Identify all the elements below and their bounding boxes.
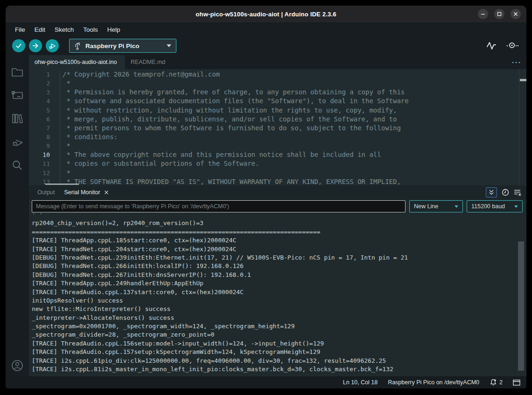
tab-label: ohw-pico-w5100s-audio-aiot.ino (35, 59, 117, 65)
line-number: 9 (29, 142, 50, 149)
editor-horizontal-scrollbar-thumb[interactable] (45, 183, 79, 185)
serial-output-line: rp2040_chip_version()=2, rp2040_rom_vers… (32, 219, 526, 227)
serial-output-line: [TRACE] i2s.cppL.81i2s_master_in_mono_le… (32, 365, 526, 374)
debug-button[interactable] (46, 39, 59, 52)
serial-output-line: [TRACE] ThreadApp.cppL.249handlerEthUp:A… (32, 279, 526, 288)
panel-header: Output Serial Monitor (29, 185, 526, 199)
line-number: 7 (29, 125, 50, 132)
toggle-autoscroll-button[interactable] (486, 187, 497, 198)
check-icon (15, 42, 22, 49)
more-actions-icon[interactable]: ··· (512, 55, 522, 69)
arrow-right-icon (32, 42, 39, 49)
serial-output-line: [DEBUG] ThreadNet.cppL.267initEth:dnsSer… (32, 271, 526, 279)
board-icon (11, 91, 23, 100)
code-line: 2 * (29, 79, 526, 88)
toggle-panel-button[interactable] (513, 380, 520, 386)
menu-item[interactable]: File (10, 24, 30, 35)
serial-output-line: initOpsResolver() success (32, 296, 526, 305)
menu-item[interactable]: Tools (78, 24, 103, 35)
notification-count: 2 (499, 379, 503, 386)
sidebar-item-library-manager[interactable] (6, 107, 29, 130)
debug-icon (49, 42, 56, 50)
serial-output-line: [DEBUG] ThreadNet.cppL.239initEth:Ethern… (32, 254, 526, 262)
chevron-down-icon (514, 205, 518, 208)
serial-output-line: new tflite::MicroInterpreter() success (32, 305, 526, 313)
code-editor[interactable]: 1 /* Copyright 2026 teamprof.net@gmail.c… (29, 69, 526, 185)
serial-output-line: [TRACE] ThreadAudio.cppL.156setup:model-… (32, 339, 526, 348)
serial-plotter-icon[interactable] (486, 41, 497, 50)
code-line: 5 * without restriction, including witho… (29, 106, 526, 115)
serial-output-line: ========================================… (32, 228, 526, 236)
notifications-indicator[interactable]: 2 (490, 379, 503, 386)
upload-button[interactable] (29, 39, 42, 52)
sidebar-item-debug[interactable] (6, 130, 29, 154)
clear-output-button[interactable] (514, 189, 522, 196)
serial-message-input[interactable] (32, 200, 406, 212)
chevron-down-icon (455, 205, 458, 208)
maximize-button[interactable] (494, 9, 504, 19)
serial-monitor-icon[interactable] (506, 42, 519, 50)
arduino-ide-window: ohw-pico-w5100s-audio-aiot | Arduino IDE… (6, 6, 526, 388)
code-line: 11 * copies or substantial portions of t… (29, 159, 526, 168)
tab-readme-md[interactable]: README.md (125, 55, 171, 69)
serial-output-line: [TRACE] ThreadAudio.cppL.157setup:kSpect… (32, 348, 526, 356)
code-line: 7 * permit persons to whom the Software … (29, 124, 526, 133)
line-number: 4 (29, 98, 50, 105)
serial-output-line: [TRACE] ThreadNet.cppL.204start:core0, c… (32, 245, 526, 254)
code-line: 4 * software and associated documentatio… (29, 97, 526, 106)
serial-output-line: [TRACE] ThreadAudio.cppL.137start:core0,… (32, 288, 526, 296)
serial-output-line: [TRACE] ThreadApp.cppL.185start:core0, c… (32, 236, 526, 245)
code-line: 3 * Permission is hereby granted, free o… (29, 88, 526, 97)
serial-output-line: _spectrogram_divider=28, _spectrogram_ze… (32, 331, 526, 339)
sidebar-item-sketchbook[interactable] (6, 60, 29, 84)
line-text: * The above copyright notice and this pe… (60, 150, 381, 159)
code-line: 9 * (29, 141, 526, 150)
search-icon (12, 160, 23, 171)
tab-label: Serial Monitor (64, 189, 100, 196)
serial-monitor-toolbar (486, 185, 522, 199)
toolbar: Raspberry Pi Pico (6, 36, 526, 55)
tab-output[interactable]: Output (33, 189, 60, 196)
baud-rate-select[interactable]: 115200 baud (467, 200, 523, 212)
menu-item[interactable]: Help (103, 24, 125, 35)
line-text: * THE SOFTWARE IS PROVIDED "AS IS", WITH… (60, 177, 401, 185)
serial-input-row: New Line 115200 baud (29, 199, 526, 213)
usb-icon (74, 42, 81, 50)
menu-item[interactable]: Sketch (50, 24, 78, 35)
sidebar-item-account[interactable] (6, 360, 29, 372)
sidebar-item-boards-manager[interactable] (6, 84, 29, 107)
serial-output-lines: ' ' rp2040_chip_version()=2, rp2040_rom_… (29, 213, 526, 374)
toolbar-right (486, 36, 519, 55)
cursor-position[interactable]: Ln 10, Col 18 (343, 379, 378, 386)
tab-sketch-ino[interactable]: ohw-pico-w5100s-audio-aiot.ino (29, 55, 125, 69)
tab-label: README.md (131, 59, 165, 65)
tab-serial-monitor[interactable]: Serial Monitor (60, 189, 113, 196)
activity-sidebar (6, 55, 29, 376)
line-text: * (60, 141, 70, 150)
board-port-status[interactable]: Raspberry Pi Pico on /dev/ttyACM0 (388, 379, 479, 386)
serial-output[interactable]: ' ' rp2040_chip_version()=2, rp2040_rom_… (29, 213, 526, 376)
code-line: 1 /* Copyright 2026 teamprof.net@gmail.c… (29, 70, 526, 79)
sidebar-item-search[interactable] (6, 154, 29, 177)
editor-scrollbar[interactable] (519, 69, 526, 185)
serial-output-line: _interpreter->AllocateTensors() success (32, 314, 526, 322)
menu-item[interactable]: Edit (30, 24, 50, 35)
close-button[interactable] (511, 9, 521, 19)
board-selector[interactable]: Raspberry Pi Pico (69, 39, 176, 53)
editor-scrollbar-thumb[interactable] (520, 79, 526, 81)
double-chevron-down-icon (488, 189, 495, 196)
editor-code-lines: 1 /* Copyright 2026 teamprof.net@gmail.c… (29, 69, 526, 185)
line-text: /* Copyright 2026 teamprof.net@gmail.com (60, 70, 220, 79)
line-number: 10 (29, 151, 50, 158)
serial-scrollbar-thumb[interactable] (518, 241, 524, 371)
close-icon[interactable] (104, 190, 109, 195)
minimize-button[interactable] (478, 9, 488, 19)
line-text: * (60, 79, 70, 88)
verify-button[interactable] (12, 39, 25, 52)
toggle-timestamp-button[interactable] (502, 189, 509, 196)
serial-output-line: _spectrogram=0x20001700, _spectrogram_wi… (32, 322, 526, 331)
work-area: ohw-pico-w5100s-audio-aiot.ino README.md… (6, 55, 526, 376)
line-ending-select[interactable]: New Line (409, 200, 463, 212)
line-text: * (60, 169, 70, 177)
code-line: 6 * merge, publish, distribute, sublicen… (29, 115, 526, 124)
